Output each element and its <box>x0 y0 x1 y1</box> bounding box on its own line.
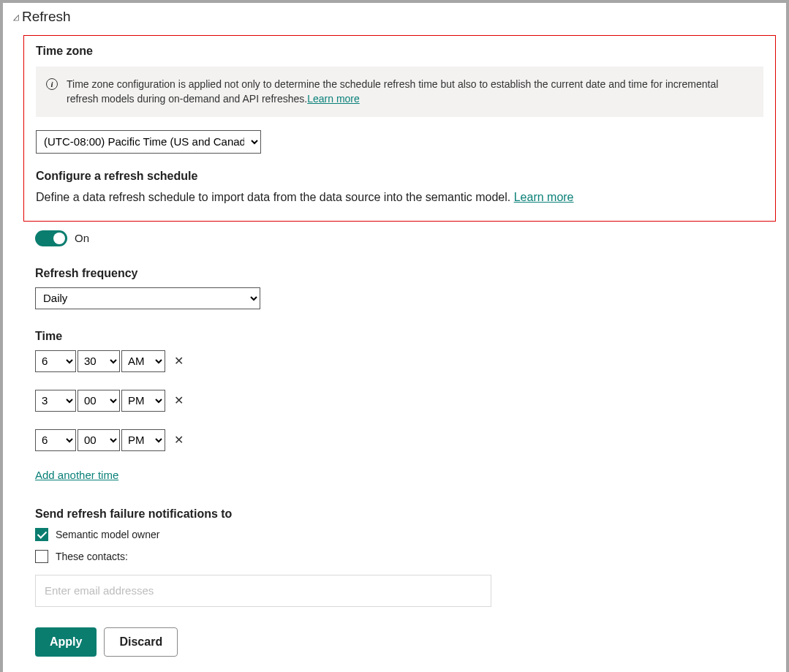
timezone-learn-more-link[interactable]: Learn more <box>307 93 360 105</box>
discard-button[interactable]: Discard <box>104 627 178 657</box>
time-row: 6 30 AM ✕ <box>35 350 776 372</box>
schedule-toggle-label: On <box>75 232 89 244</box>
expand-triangle-icon: ◿ <box>13 12 18 22</box>
owner-checkbox-label: Semantic model owner <box>56 529 159 540</box>
frequency-heading: Refresh frequency <box>35 267 776 280</box>
timezone-select[interactable]: (UTC-08:00) Pacific Time (US and Canada) <box>36 130 261 154</box>
settings-body: On Refresh frequency Daily Time 6 30 AM … <box>3 230 786 657</box>
timezone-heading: Time zone <box>36 45 763 58</box>
remove-time-icon[interactable]: ✕ <box>171 392 186 409</box>
owner-checkbox-row: Semantic model owner <box>35 528 776 541</box>
timezone-info-text: Time zone configuration is applied not o… <box>67 77 749 107</box>
contacts-checkbox-label: These contacts: <box>56 551 128 562</box>
remove-time-icon[interactable]: ✕ <box>171 431 186 448</box>
highlighted-region: Time zone i Time zone configuration is a… <box>23 35 776 222</box>
hour-select[interactable]: 6 <box>35 429 76 451</box>
configure-learn-more-link[interactable]: Learn more <box>514 191 574 203</box>
notifications-block: Send refresh failure notifications to Se… <box>35 507 776 627</box>
time-heading: Time <box>35 330 776 343</box>
section-header[interactable]: ◿ Refresh <box>3 9 786 25</box>
remove-time-icon[interactable]: ✕ <box>171 352 186 369</box>
hour-select[interactable]: 3 <box>35 390 76 412</box>
configure-heading: Configure a refresh schedule <box>36 170 763 183</box>
configure-desc-text: Define a data refresh schedule to import… <box>36 191 514 203</box>
frequency-block: Refresh frequency Daily <box>35 267 776 309</box>
timezone-info-message: Time zone configuration is applied not o… <box>67 78 718 105</box>
hour-select[interactable]: 6 <box>35 350 76 372</box>
contacts-email-input[interactable] <box>35 575 491 607</box>
ampm-select[interactable]: AM <box>121 350 165 372</box>
ampm-select[interactable]: PM <box>121 429 165 451</box>
time-block: Time 6 30 AM ✕ 3 00 PM ✕ 6 00 PM ✕ Add a… <box>35 330 776 507</box>
minute-select[interactable]: 00 <box>78 390 120 412</box>
contacts-checkbox[interactable] <box>35 550 48 563</box>
minute-select[interactable]: 00 <box>78 429 120 451</box>
owner-checkbox[interactable] <box>35 528 48 541</box>
configure-description: Define a data refresh schedule to import… <box>36 189 763 206</box>
ampm-select[interactable]: PM <box>121 390 165 412</box>
schedule-toggle[interactable] <box>35 230 67 246</box>
refresh-settings-panel: ◿ Refresh Time zone i Time zone configur… <box>3 3 786 672</box>
add-another-time-link[interactable]: Add another time <box>35 469 118 481</box>
notifications-heading: Send refresh failure notifications to <box>35 507 776 521</box>
minute-select[interactable]: 30 <box>78 350 120 372</box>
contacts-checkbox-row: These contacts: <box>35 550 776 563</box>
apply-button[interactable]: Apply <box>35 627 97 657</box>
schedule-toggle-row: On <box>35 230 776 246</box>
timezone-info-banner: i Time zone configuration is applied not… <box>36 67 763 117</box>
frequency-select[interactable]: Daily <box>35 287 260 309</box>
info-icon: i <box>46 78 58 90</box>
time-row: 3 00 PM ✕ <box>35 390 776 412</box>
action-buttons: Apply Discard <box>35 627 776 657</box>
section-title: Refresh <box>22 9 71 25</box>
time-row: 6 00 PM ✕ <box>35 429 776 451</box>
